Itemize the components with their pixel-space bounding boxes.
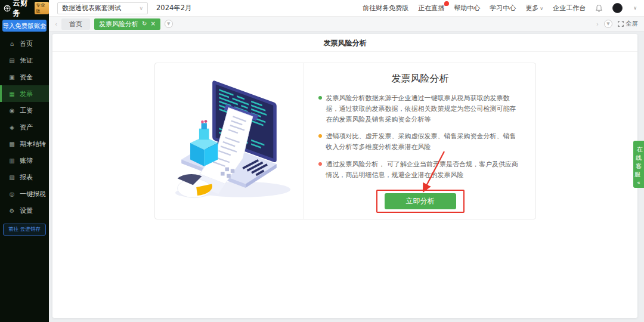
sidebar-item-label: 期末结转 (20, 140, 46, 148)
bullet-item: 发票风险分析数据来源于企业通过一键取票从税局获取的发票数据，通过获取的发票数据，… (318, 93, 522, 125)
bullet-text: 通过发票风险分析， 可了解企业当前开票是否合规，客户及供应商情况，商品明细信息，… (326, 159, 522, 181)
sidebar-item-label: 一键报税 (20, 190, 46, 199)
invoice-icon: ▦ (8, 91, 16, 97)
sidebar-item-label: 凭证 (20, 56, 33, 65)
open-tabs-bar: ‹ 首页 发票风险分析 ↻ × ▼ › ▼ 全屏 (49, 17, 644, 32)
accounting-period[interactable]: 2024年2月 (156, 4, 192, 13)
tab-home[interactable]: 首页 (61, 18, 90, 30)
avatar[interactable] (612, 3, 623, 13)
sidebar-item-label: 工资 (20, 106, 33, 115)
goto-inventory-app-button[interactable]: 前往 云进销存 (3, 224, 46, 236)
analyze-now-button[interactable]: 立即分析 (385, 193, 456, 209)
chevron-down-icon: ∨ (540, 6, 543, 11)
import-free-account-button[interactable]: 导入免费版账套 (2, 20, 47, 32)
account-set-select[interactable]: 数据透视表账套测试 ∨ (57, 2, 148, 14)
chevron-down-icon[interactable]: ∨ (633, 5, 637, 11)
sidebar-item-label: 账簿 (20, 156, 33, 165)
tabs-scroll-left-icon[interactable]: ‹ (55, 21, 57, 27)
collapse-left-icon: « (633, 179, 644, 185)
ledger-icon: ▥ (8, 157, 16, 164)
bullet-text: 发票风险分析数据来源于企业通过一键取票从税局获取的发票数据，通过获取的发票数据，… (326, 93, 522, 125)
sidebar-item-voucher[interactable]: ▤ 凭证 (0, 52, 49, 69)
notification-bell-icon[interactable] (595, 4, 603, 13)
tabs-dropdown-icon[interactable]: ▼ (165, 20, 173, 28)
sidebar-item-funds[interactable]: ▣ 资金 (0, 69, 49, 85)
illustration-area (155, 63, 304, 219)
close-icon[interactable]: × (150, 21, 155, 27)
sidebar-item-period-end[interactable]: ▩ 期末结转 (0, 135, 49, 152)
sidebar-item-label: 首页 (20, 39, 33, 48)
sidebar-item-invoice[interactable]: ▦ 发票 (0, 85, 49, 102)
payroll-icon: ◉ (8, 107, 16, 114)
tab-label: 发票风险分析 (99, 20, 138, 29)
refresh-icon[interactable]: ↻ (142, 21, 147, 27)
bullet-text: 进销项对比、虚开发票、采购虚假发票、销售采购资金分析、销售收入分析等多维度分析发… (326, 131, 522, 153)
home-icon: ⌂ (8, 41, 16, 47)
online-customer-service-tab[interactable]: 在线客服 « (633, 141, 644, 188)
logo-icon (4, 4, 11, 13)
intro-text-area: 发票风险分析 发票风险分析数据来源于企业通过一键取票从税局获取的发票数据，通过获… (304, 63, 535, 219)
sidebar-item-settings[interactable]: ⚙ 设置 (0, 202, 49, 219)
nav-live[interactable]: 正在直播 (418, 4, 444, 13)
cta-row: 立即分析 (318, 191, 522, 215)
nav-more[interactable]: 更多∨ (525, 4, 543, 13)
sidebar-item-assets[interactable]: ◈ 资产 (0, 119, 49, 135)
reports-icon: ▨ (8, 174, 16, 181)
page-title: 发票风险分析 (52, 34, 637, 52)
sidebar-item-home[interactable]: ⌂ 首页 (0, 35, 49, 52)
voucher-icon: ▤ (8, 57, 16, 64)
main-content-card: 发票风险分析 (52, 34, 637, 318)
sidebar-item-label: 报表 (20, 173, 33, 182)
tabs-scroll-right-icon[interactable]: › (596, 21, 599, 27)
app-logo: 云财务 专业版 (0, 0, 49, 17)
sidebar-item-label: 资产 (20, 123, 33, 132)
online-service-label: 在线客服 (634, 146, 643, 178)
nav-free-version[interactable]: 前往财务免费版 (363, 4, 408, 13)
account-set-value: 数据透视表账套测试 (62, 4, 121, 13)
bullet-item: 进销项对比、虚开发票、采购虚假发票、销售采购资金分析、销售收入分析等多维度分析发… (318, 131, 522, 153)
tax-filing-icon: ◎ (8, 191, 16, 197)
sidebar-item-label: 设置 (20, 206, 33, 215)
nav-live-label: 正在直播 (418, 4, 444, 12)
period-end-icon: ▩ (8, 141, 16, 147)
sidebar-item-reports[interactable]: ▨ 报表 (0, 169, 49, 185)
sidebar-item-label: 资金 (20, 73, 33, 82)
edition-badge: 专业版 (35, 2, 49, 14)
sidebar-item-label: 发票 (20, 89, 33, 98)
tabs-collapse-icon[interactable]: ▼ (604, 20, 612, 28)
nav-help-center[interactable]: 帮助中心 (454, 4, 480, 13)
tabbar-right-controls: › ▼ 全屏 (596, 20, 638, 28)
topbar-nav: 前往财务免费版 正在直播 帮助中心 学习中心 更多∨ 企业工作台 ∨ (363, 3, 637, 13)
sidebar-item-payroll[interactable]: ◉ 工资 (0, 102, 49, 119)
nav-learn-center[interactable]: 学习中心 (490, 4, 516, 13)
fullscreen-button[interactable]: 全屏 (618, 20, 638, 28)
gear-icon: ⚙ (8, 208, 16, 214)
nav-more-label: 更多 (525, 4, 538, 12)
tab-invoice-risk-analysis[interactable]: 发票风险分析 ↻ × (94, 18, 160, 30)
invoice-analysis-illustration (160, 74, 298, 209)
fullscreen-icon (618, 21, 624, 27)
assets-icon: ◈ (8, 124, 16, 131)
sidebar: 云财务 专业版 导入免费版账套 ⌂ 首页 ▤ 凭证 ▣ 资金 ▦ 发票 ◉ 工资… (0, 0, 49, 322)
app-name: 云财务 (13, 0, 33, 18)
live-badge (444, 1, 449, 6)
panel-title: 发票风险分析 (318, 73, 522, 85)
sidebar-item-ledger[interactable]: ▥ 账簿 (0, 152, 49, 169)
chevron-down-icon: ∨ (139, 5, 143, 11)
bullet-dot-green (318, 96, 322, 100)
intro-panel: 发票风险分析 发票风险分析数据来源于企业通过一键取票从税局获取的发票数据，通过获… (154, 63, 536, 219)
nav-workspace[interactable]: 企业工作台 (553, 4, 586, 13)
fullscreen-label: 全屏 (626, 20, 638, 28)
bullet-dot-red (318, 162, 322, 166)
bullet-item: 通过发票风险分析， 可了解企业当前开票是否合规，客户及供应商情况，商品明细信息，… (318, 159, 522, 181)
sidebar-item-tax-filing[interactable]: ◎ 一键报税 (0, 185, 49, 202)
topbar: 数据透视表账套测试 ∨ 2024年2月 前往财务免费版 正在直播 帮助中心 学习… (49, 0, 644, 17)
funds-icon: ▣ (8, 74, 16, 80)
bullet-dot-yellow (318, 134, 322, 138)
